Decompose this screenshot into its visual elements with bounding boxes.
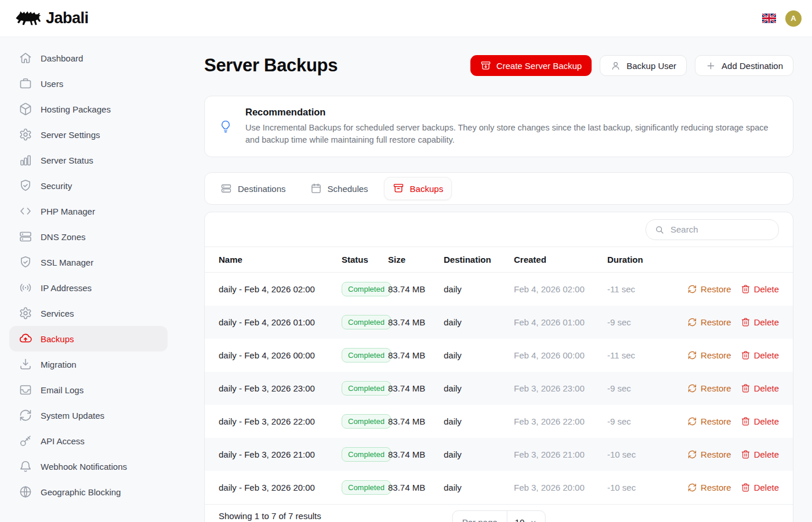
calendar-icon <box>310 183 322 194</box>
delete-button[interactable]: Delete <box>741 317 779 327</box>
sidebar-item-webhook-notifications[interactable]: Webhook Notifications <box>9 454 168 479</box>
recommendation-text: Use Incremental Backups for scheduled se… <box>245 122 770 146</box>
backup-duration: -11 sec <box>607 350 664 360</box>
search-input[interactable] <box>670 224 770 234</box>
restore-button[interactable]: Restore <box>687 449 731 459</box>
backup-created: Feb 3, 2026 20:00 <box>514 483 607 492</box>
backup-name: daily - Feb 3, 2026 22:00 <box>219 416 342 426</box>
backup-name: daily - Feb 3, 2026 20:00 <box>219 483 342 492</box>
sidebar-item-backups[interactable]: Backups <box>9 326 168 351</box>
per-page-label: Per page <box>453 511 507 522</box>
sidebar-item-email-logs[interactable]: Email Logs <box>9 377 168 403</box>
brand-logo[interactable]: Jabali <box>15 9 89 28</box>
delete-button[interactable]: Delete <box>741 284 779 294</box>
sidebar-item-geographic-blocking[interactable]: Geographic Blocking <box>9 479 168 505</box>
tabs-bar: Destinations Schedules Backups <box>204 172 793 205</box>
backup-destination: daily <box>444 284 514 294</box>
sidebar-item-dashboard[interactable]: Dashboard <box>9 45 168 71</box>
sidebar-item-server-settings[interactable]: Server Settings <box>9 122 168 147</box>
uk-flag-icon[interactable] <box>762 13 776 23</box>
status-badge: Completed <box>342 447 391 462</box>
tab-destinations[interactable]: Destinations <box>212 177 295 200</box>
backup-size: 83.74 MB <box>388 383 444 393</box>
status-badge: Completed <box>342 480 391 495</box>
tab-backups[interactable]: Backups <box>384 177 452 200</box>
delete-button[interactable]: Delete <box>741 350 779 360</box>
sidebar-item-php-manager[interactable]: PHP Manager <box>9 198 168 224</box>
restore-button[interactable]: Restore <box>687 483 731 492</box>
tab-schedules[interactable]: Schedules <box>302 177 377 200</box>
backup-duration: -9 sec <box>607 416 664 426</box>
recommendation-title: Recommendation <box>245 107 770 118</box>
sidebar-item-api-access[interactable]: API Access <box>9 428 168 454</box>
backup-user-button[interactable]: Backup User <box>600 55 687 76</box>
trash-icon <box>741 449 751 459</box>
backup-destination: daily <box>444 317 514 327</box>
sidebar-item-services[interactable]: Services <box>9 300 168 326</box>
bar-chart-icon <box>19 153 32 167</box>
add-destination-button[interactable]: Add Destination <box>695 55 793 76</box>
backup-created: Feb 4, 2026 00:00 <box>514 350 607 360</box>
backup-created: Feb 3, 2026 23:00 <box>514 383 607 393</box>
column-header-destination: Destination <box>444 255 514 264</box>
table-body: daily - Feb 4, 2026 02:00 Completed 83.7… <box>205 273 793 504</box>
backup-duration: -9 sec <box>607 317 664 327</box>
sidebar-item-server-status[interactable]: Server Status <box>9 147 168 173</box>
backup-destination: daily <box>444 383 514 393</box>
cloud-upload-icon <box>19 332 32 346</box>
sidebar-item-dns-zones[interactable]: DNS Zones <box>9 224 168 249</box>
briefcase-icon <box>19 77 32 90</box>
key-icon <box>19 434 32 448</box>
sidebar-item-security[interactable]: Security <box>9 173 168 198</box>
sidebar-item-ssl-manager[interactable]: SSL Manager <box>9 249 168 275</box>
backup-size: 83.74 MB <box>388 416 444 426</box>
restore-button[interactable]: Restore <box>687 383 731 393</box>
restore-button[interactable]: Restore <box>687 350 731 360</box>
sidebar-item-hosting-packages[interactable]: Hosting Packages <box>9 96 168 122</box>
brand-name: Jabali <box>46 9 89 27</box>
user-avatar[interactable]: A <box>785 10 802 27</box>
delete-button[interactable]: Delete <box>741 416 779 426</box>
backup-destination: daily <box>444 416 514 426</box>
backup-name: daily - Feb 3, 2026 21:00 <box>219 449 342 459</box>
table-footer: Showing 1 to 7 of 7 results Per page 10 <box>205 504 793 522</box>
backup-duration: -11 sec <box>607 284 664 294</box>
sidebar-item-system-updates[interactable]: System Updates <box>9 403 168 428</box>
backup-name: daily - Feb 4, 2026 00:00 <box>219 350 342 360</box>
backup-size: 83.74 MB <box>388 449 444 459</box>
create-server-backup-button[interactable]: Create Server Backup <box>470 55 592 76</box>
table-row: daily - Feb 3, 2026 21:00 Completed 83.7… <box>205 438 793 471</box>
restore-button[interactable]: Restore <box>687 317 731 327</box>
refresh-icon <box>687 416 697 426</box>
sidebar-item-users[interactable]: Users <box>9 71 168 96</box>
table-row: daily - Feb 4, 2026 02:00 Completed 83.7… <box>205 273 793 306</box>
column-header-duration: Duration <box>607 255 664 264</box>
per-page-select[interactable]: Per page 10 <box>452 510 546 522</box>
server-stack-icon <box>19 230 32 244</box>
backup-size: 83.74 MB <box>388 317 444 327</box>
sidebar-item-migration[interactable]: Migration <box>9 351 168 377</box>
restore-button[interactable]: Restore <box>687 284 731 294</box>
recommendation-card: Recommendation Use Incremental Backups f… <box>204 96 793 157</box>
delete-button[interactable]: Delete <box>741 483 779 492</box>
column-header-name: Name <box>219 255 342 264</box>
column-header-created: Created <box>514 255 607 264</box>
sidebar-item-ip-addresses[interactable]: IP Addresses <box>9 275 168 300</box>
backups-table-card: Name Status Size Destination Created Dur… <box>204 212 793 522</box>
results-summary: Showing 1 to 7 of 7 results <box>219 511 321 521</box>
shield-check-icon <box>19 179 32 193</box>
status-badge: Completed <box>342 414 391 429</box>
refresh-icon <box>687 317 697 327</box>
bell-icon <box>19 459 32 473</box>
refresh-icon <box>687 284 697 294</box>
backup-duration: -10 sec <box>607 449 664 459</box>
status-badge: Completed <box>342 381 391 396</box>
restore-button[interactable]: Restore <box>687 416 731 426</box>
table-header: Name Status Size Destination Created Dur… <box>205 246 793 273</box>
delete-button[interactable]: Delete <box>741 449 779 459</box>
table-row: daily - Feb 3, 2026 22:00 Completed 83.7… <box>205 405 793 438</box>
refresh-icon <box>19 408 32 422</box>
backup-created: Feb 4, 2026 01:00 <box>514 317 607 327</box>
delete-button[interactable]: Delete <box>741 383 779 393</box>
search-box[interactable] <box>646 219 779 240</box>
